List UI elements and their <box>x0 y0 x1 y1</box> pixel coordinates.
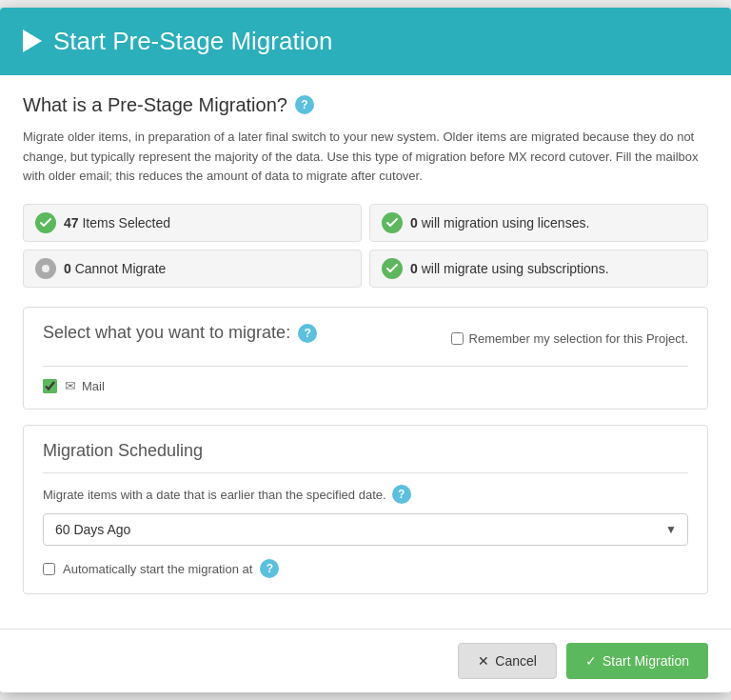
date-label-text: Migrate items with a date that is earlie… <box>43 488 386 502</box>
play-icon <box>23 30 42 52</box>
stat-label-4: will migrate using subscriptions. <box>422 261 609 276</box>
cancel-button[interactable]: ✕ Cancel <box>458 643 557 679</box>
what-description: Migrate older items, in preparation of a… <box>23 128 708 187</box>
auto-start-help-icon[interactable]: ? <box>260 559 279 578</box>
stat-count-1: 47 <box>64 215 79 230</box>
stat-count-2: 0 <box>410 215 418 230</box>
stat-text-2: 0 will migration using licenses. <box>410 215 589 230</box>
remember-label-text: Remember my selection for this Project. <box>469 331 688 346</box>
days-ago-select-wrap: 60 Days Ago 30 Days Ago 90 Days Ago 120 … <box>43 513 688 546</box>
what-title-text: What is a Pre-Stage Migration? <box>23 94 287 116</box>
stat-badge-gray <box>35 258 56 279</box>
stat-badge-green-2 <box>382 212 403 233</box>
migrate-title-text: Select what you want to migrate: <box>43 323 290 343</box>
start-checkmark-icon: ✓ <box>585 653 597 669</box>
auto-start-label: Automatically start the migration at <box>63 562 252 576</box>
stat-badge-green-1 <box>35 212 56 233</box>
modal-footer: ✕ Cancel ✓ Start Migration <box>0 629 731 692</box>
stat-badge-green-3 <box>382 258 403 279</box>
remember-checkbox[interactable] <box>451 332 464 345</box>
migrate-options: Select what you want to migrate: ? <box>43 323 317 354</box>
modal-header: Start Pre-Stage Migration <box>0 8 731 75</box>
stat-cannot-migrate: 0 Cannot Migrate <box>23 250 362 288</box>
stat-subscriptions: 0 will migrate using subscriptions. <box>369 250 708 288</box>
stat-text-1: 47 Items Selected <box>64 215 170 230</box>
auto-start-row: Automatically start the migration at ? <box>43 559 688 578</box>
mail-item: ✉ Mail <box>65 378 105 393</box>
mail-checkbox[interactable] <box>43 379 57 393</box>
start-migration-button[interactable]: ✓ Start Migration <box>566 643 708 679</box>
auto-start-checkbox[interactable] <box>43 563 55 575</box>
migrate-panel-body: Select what you want to migrate: ? Remem… <box>24 308 707 409</box>
start-label: Start Migration <box>603 653 689 669</box>
scheduling-panel-body: Migration Scheduling Migrate items with … <box>24 426 707 593</box>
stat-label-2: will migration using licenses. <box>422 215 590 230</box>
mail-label: Mail <box>82 379 105 393</box>
stat-licenses: 0 will migration using licenses. <box>369 204 708 242</box>
stat-label-3: Cannot Migrate <box>75 261 167 276</box>
cancel-x-icon: ✕ <box>478 653 489 669</box>
date-help-icon[interactable]: ? <box>392 485 411 504</box>
modal-body: What is a Pre-Stage Migration? ? Migrate… <box>0 75 731 629</box>
checkmark-icon-3 <box>386 263 398 274</box>
modal-title: Start Pre-Stage Migration <box>53 27 332 56</box>
migrate-divider <box>43 366 688 367</box>
scheduling-section-title: Migration Scheduling <box>43 441 688 461</box>
stat-text-3: 0 Cannot Migrate <box>64 261 166 276</box>
checkmark-icon-2 <box>386 217 398 229</box>
svg-point-0 <box>42 265 49 272</box>
stat-items-selected: 47 Items Selected <box>23 204 362 242</box>
stat-label-1: Items Selected <box>82 215 170 230</box>
remember-label[interactable]: Remember my selection for this Project. <box>451 331 688 346</box>
stats-grid: 47 Items Selected 0 will migration using… <box>23 204 708 288</box>
mail-envelope-icon: ✉ <box>65 378 76 393</box>
what-help-icon[interactable]: ? <box>295 95 314 114</box>
migrate-section-title: Select what you want to migrate: ? <box>43 323 317 343</box>
modal-container: Start Pre-Stage Migration What is a Pre-… <box>0 8 731 692</box>
checkmark-icon-1 <box>40 217 51 229</box>
scheduling-title-text: Migration Scheduling <box>43 441 203 461</box>
migrate-help-icon[interactable]: ? <box>298 324 317 343</box>
migrate-panel: Select what you want to migrate: ? Remem… <box>23 307 708 410</box>
circle-icon <box>40 263 51 274</box>
what-section-title: What is a Pre-Stage Migration? ? <box>23 94 708 116</box>
migrate-header-row: Select what you want to migrate: ? Remem… <box>43 323 688 354</box>
date-label-row: Migrate items with a date that is earlie… <box>43 485 688 504</box>
days-ago-select[interactable]: 60 Days Ago 30 Days Ago 90 Days Ago 120 … <box>43 513 688 546</box>
stat-count-4: 0 <box>410 261 418 276</box>
stat-count-3: 0 <box>64 261 71 276</box>
scheduling-panel: Migration Scheduling Migrate items with … <box>23 425 708 594</box>
scheduling-divider <box>43 472 688 473</box>
cancel-label: Cancel <box>495 653 537 669</box>
mail-checkbox-row: ✉ Mail <box>43 378 688 393</box>
stat-text-4: 0 will migrate using subscriptions. <box>410 261 609 276</box>
